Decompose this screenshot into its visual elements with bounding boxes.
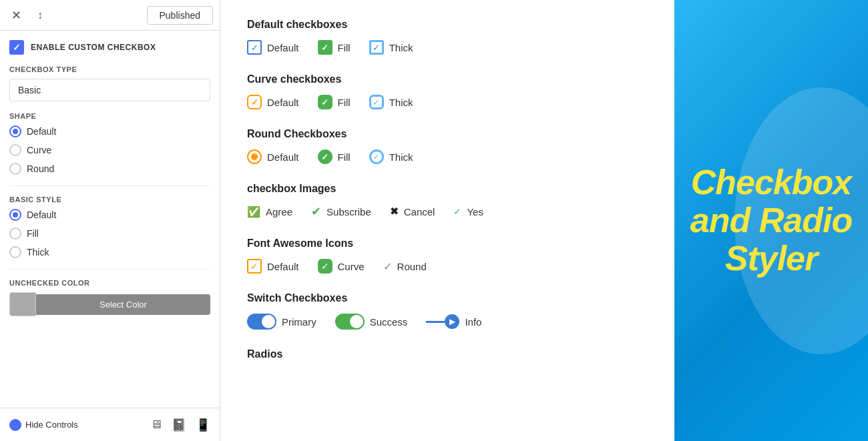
cb-curve-fill-box[interactable]: ✓ [318,95,333,109]
fa-default: ✓ Default [247,259,299,274]
switch-info-toggle[interactable]: ▶ [426,314,459,329]
switch-row: Primary Success ▶ Info [247,314,648,330]
fa-curve-check: ✓ [321,261,329,272]
cb-image-yes: ✓ Yes [453,206,483,217]
cb-default-thick: ✓ Thick [369,40,413,55]
style-thick-radio[interactable] [9,246,21,258]
style-fill[interactable]: Fill [9,228,210,240]
shape-curve[interactable]: Curve [9,144,210,156]
cb-round-default-dot [251,153,258,160]
tablet-icon[interactable]: 📓 [172,418,186,432]
cb-image-cancel-icon: ✖ [390,205,399,217]
switch-success-toggle[interactable] [335,314,365,330]
color-swatch[interactable] [9,292,36,316]
fa-default-box[interactable]: ✓ [247,259,262,274]
cb-image-yes-label: Yes [467,206,483,217]
sort-button[interactable]: ↕ [31,6,49,25]
style-fill-label: Fill [27,228,39,239]
basic-style-label: BASIC STYLE [9,195,210,203]
cb-curve-default-label: Default [267,97,299,108]
switch-success-knob [350,315,363,328]
cb-round-thick-label: Thick [389,151,413,163]
round-checkboxes-row: Default ✓ Fill ✓ Thick [247,149,648,164]
cb-round-default: Default [247,149,299,164]
cb-default-fill-box[interactable]: ✓ [318,40,333,55]
cb-default-thick-box[interactable]: ✓ [369,40,384,55]
cb-round-default-circle[interactable] [247,149,262,164]
left-panel: ✕ ↕ Published ✓ ENABLE CUSTOM CHECKBOX C… [0,0,220,441]
section-default-checkboxes-title: Default checkboxes [247,19,648,31]
section-curve-checkboxes-title: Curve checkboxes [247,73,648,85]
shape-curve-radio[interactable] [9,144,21,156]
cb-default-thick-label: Thick [389,42,413,53]
cb-curve-thick-box[interactable]: ✓ [369,95,384,109]
section-images-title: checkbox Images [247,183,648,195]
section-round-checkboxes-title: Round Checkboxes [247,128,648,140]
switch-info: ▶ Info [426,314,481,329]
cb-curve-default-box[interactable]: ✓ [247,95,262,109]
style-default-radio[interactable] [9,209,21,221]
banner-line1: Checkbox [691,163,852,201]
mobile-icon[interactable]: 📱 [196,418,210,432]
cb-curve-fill: ✓ Fill [318,95,351,109]
checkbox-type-select[interactable]: Basic [9,79,210,101]
cb-curve-thick-label: Thick [389,97,413,108]
fa-row: ✓ Default ✓ Curve ✓ Round [247,259,648,274]
switch-success-label: Success [370,316,408,328]
cb-image-subscribe: ✔ Subscribe [311,204,371,219]
shape-default-radio[interactable] [9,125,21,137]
cb-default-default-label: Default [267,42,299,53]
switch-primary-toggle[interactable] [247,314,276,330]
shape-default[interactable]: Default [9,125,210,137]
cb-default-default: ✓ Default [247,40,299,55]
top-bar: ✕ ↕ Published [0,0,220,31]
divider-1 [9,185,210,186]
cb-default-fill-label: Fill [338,42,351,53]
published-button[interactable]: Published [147,6,214,25]
section-radios-title: Radios [247,348,648,360]
style-default-label: Default [27,209,56,220]
enable-row: ✓ ENABLE CUSTOM CHECKBOX [9,40,210,55]
divider-2 [9,269,210,270]
switch-primary-label: Primary [282,316,316,328]
close-button[interactable]: ✕ [7,6,25,25]
style-fill-radio[interactable] [9,228,21,240]
shape-round[interactable]: Round [9,163,210,175]
cb-default-default-box[interactable]: ✓ [247,40,262,55]
cb-round-fill-circle[interactable]: ✓ [318,149,333,164]
shape-curve-label: Curve [27,145,51,155]
cb-curve-default-check: ✓ [251,97,258,107]
cb-image-subscribe-label: Subscribe [327,206,371,217]
cb-round-fill-label: Fill [338,151,351,163]
monitor-icon[interactable]: 🖥 [150,418,162,432]
cb-image-agree: ✅ Agree [247,205,292,218]
cb-round-thick-circle[interactable]: ✓ [369,149,384,164]
enable-check-icon[interactable]: ✓ [9,40,24,55]
banner-line3: Styler [725,239,818,278]
banner-line2: and Radio [690,201,852,240]
switch-info-label: Info [465,316,481,328]
cb-default-thick-check: ✓ [373,43,380,53]
bottom-bar: Hide Controls 🖥 📓 📱 [0,408,220,441]
right-banner: Checkbox and Radio Styler [674,0,868,441]
style-default[interactable]: Default [9,209,210,221]
hide-controls-label: Hide Controls [25,420,78,430]
fa-curve-box[interactable]: ✓ [318,259,333,274]
shape-round-radio[interactable] [9,163,21,175]
basic-style-radio-group: Default Fill Thick [9,209,210,258]
select-color-button[interactable]: Select Color [36,294,210,315]
banner-text: Checkbox and Radio Styler [677,150,865,292]
cb-curve-thick-check: ✓ [373,97,380,107]
fa-round-check: ✓ [383,260,392,273]
main-content: Default checkboxes ✓ Default ✓ Fill ✓ Th… [220,0,674,441]
fa-default-label: Default [267,261,299,272]
panel-body: ✓ ENABLE CUSTOM CHECKBOX CHECKBOX TYPE B… [0,31,220,408]
style-thick[interactable]: Thick [9,246,210,258]
unchecked-color-label: UNCHECKED COLOR [9,279,210,287]
style-thick-label: Thick [27,247,49,258]
hide-controls[interactable]: Hide Controls [9,419,78,431]
cb-round-default-label: Default [267,151,299,163]
cb-round-thick: ✓ Thick [369,149,413,164]
cb-image-subscribe-icon: ✔ [311,204,321,219]
curve-checkboxes-row: ✓ Default ✓ Fill ✓ Thick [247,95,648,109]
